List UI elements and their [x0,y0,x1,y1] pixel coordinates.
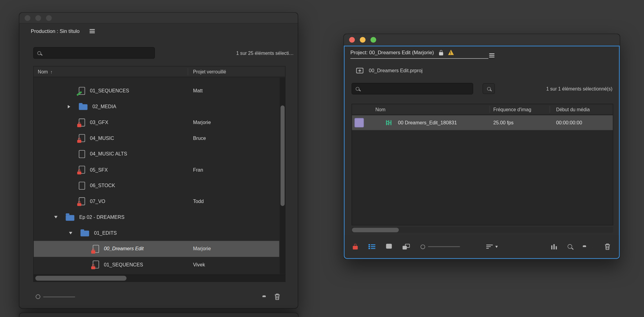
lock-icon [439,52,443,55]
zoom-track[interactable] [428,246,460,247]
column-header-frequence[interactable]: Fréquence d'imag [493,104,531,115]
horizontal-scrollbar[interactable] [351,227,613,233]
find-button[interactable] [483,83,495,94]
zoom-slider[interactable] [421,244,460,249]
table-row[interactable]: 02_MEDIA [34,99,279,115]
delete-button[interactable] [274,293,281,300]
horizontal-scrollbar[interactable] [34,275,285,282]
chevron-down-icon[interactable] [53,216,58,218]
table-row[interactable]: 03_GFX Marjorie [34,115,279,130]
table-header: Nom Projet verrouillé [34,66,285,77]
locked-project-icon [79,166,85,174]
vertical-scrollbar[interactable] [280,77,285,274]
column-header-projet-verrouille[interactable]: Projet verrouillé [193,66,226,77]
clip-name: 00 Dreamers_Edit_180831 [398,120,457,126]
window-titlebar[interactable] [344,34,620,46]
clip-media-start: 00:00:00:00 [556,120,582,126]
freeform-view-button[interactable] [402,244,410,250]
project-toolbar [345,235,619,258]
production-toolbar [19,285,298,308]
folder-icon [79,104,87,110]
table-row[interactable]: 07_VO Todd [34,194,279,209]
table-row[interactable]: 01_SEQUENCES Matt [34,83,279,99]
chevron-down-icon[interactable] [68,232,73,234]
breadcrumb[interactable]: 00_Dreamers Edit.prproj [356,68,423,73]
selection-status: 1 sur 25 éléments sélecti… [236,50,293,56]
locked-project-icon [79,119,85,126]
project-panel: Project: 00_Dreamers Edit (Marjorie) 00_… [344,45,620,259]
table-row[interactable]: 04_MUSIC ALTS [34,146,279,162]
project-list: Nom Fréquence d'imag Début du média [351,104,613,226]
close-button[interactable] [349,37,355,42]
column-header-debut-du-media[interactable]: Début du média [556,104,590,115]
table-row-selected[interactable]: 00 Dreamers_Edit_180831 25.00 fps 00:00:… [352,115,613,130]
background-window-edge[interactable] [19,313,299,317]
list-view-button[interactable] [369,244,376,250]
label-color-swatch[interactable] [354,118,364,127]
table-row[interactable]: 01_SEQUENCES Vivek [34,257,279,272]
scrollbar-thumb[interactable] [35,276,127,281]
close-button[interactable] [25,15,31,21]
panel-menu-icon[interactable] [489,53,495,58]
column-divider[interactable] [188,68,188,75]
scrollbar-thumb[interactable] [280,105,284,206]
warning-icon [448,49,454,55]
table-row[interactable]: 01_EDITS [34,225,279,241]
locked-project-icon [93,261,99,269]
search-input[interactable] [362,83,473,94]
table-row[interactable]: 04_MUSIC Bruce [34,130,279,146]
project-locked-icon [353,246,358,249]
project-window: Project: 00_Dreamers Edit (Marjorie) 00_… [344,34,620,259]
minimize-button[interactable] [35,15,41,21]
zoom-knob-icon[interactable] [421,244,425,249]
zoom-knob-icon[interactable] [36,294,40,299]
selection-status: 1 sur 1 éléments sélectionné(s) [546,86,612,91]
column-header-nom[interactable]: Nom [376,104,386,115]
minimize-button[interactable] [360,37,365,42]
chevron-right-icon[interactable] [67,105,71,108]
icon-view-icon [386,244,392,249]
table-row-selected[interactable]: 00_Dreamers Edit Marjorie [34,241,279,257]
automate-to-sequence-button[interactable] [551,244,557,250]
column-divider[interactable] [549,106,550,113]
search-input[interactable] [44,48,154,58]
folder-icon [81,231,89,237]
search-box[interactable] [351,83,473,94]
find-button[interactable] [568,243,572,250]
project-editing-icon [79,87,85,95]
table-header: Nom Fréquence d'imag Début du média [352,104,613,115]
scrollbar-thumb[interactable] [352,228,399,232]
trash-icon [274,293,281,300]
search-box[interactable] [33,47,155,59]
folder-icon [66,215,74,221]
window-titlebar[interactable] [19,13,298,23]
project-panel-tab[interactable]: Project: 00_Dreamers Edit (Marjorie) [350,50,488,59]
table-row[interactable]: Ep 02 - DREAMERS [34,209,279,225]
automate-to-sequence-icon [551,244,557,250]
delete-button[interactable] [604,243,611,250]
search-icon [356,87,359,91]
zoom-track[interactable] [43,296,75,297]
column-header-nom[interactable]: Nom [38,66,52,77]
sort-button[interactable] [486,244,498,249]
sort-icon [486,244,493,249]
panel-title: Production : Sin título [31,28,80,34]
locked-project-icon [79,198,85,205]
zoom-slider[interactable] [36,294,75,299]
column-divider[interactable] [490,106,490,113]
icon-view-button[interactable] [386,243,392,250]
clipped-row [34,77,279,83]
maximize-button[interactable] [46,15,52,21]
list-view-icon [369,244,376,250]
chevron-down-icon [495,246,498,248]
production-panel-tab[interactable]: Production : Sin título [31,27,95,36]
table-row[interactable]: 06_STOCK [34,178,279,194]
project-icon [79,182,85,190]
panel-menu-icon[interactable] [89,29,95,34]
panel-title: Project: 00_Dreamers Edit (Marjorie) [350,50,434,55]
maximize-button[interactable] [370,37,376,42]
navigate-up-icon[interactable] [356,68,363,73]
table-row[interactable]: 05_SFX Fran [34,162,279,178]
find-icon [568,244,572,249]
desktop: Production : Sin título 1 sur 25 élément… [0,0,644,317]
